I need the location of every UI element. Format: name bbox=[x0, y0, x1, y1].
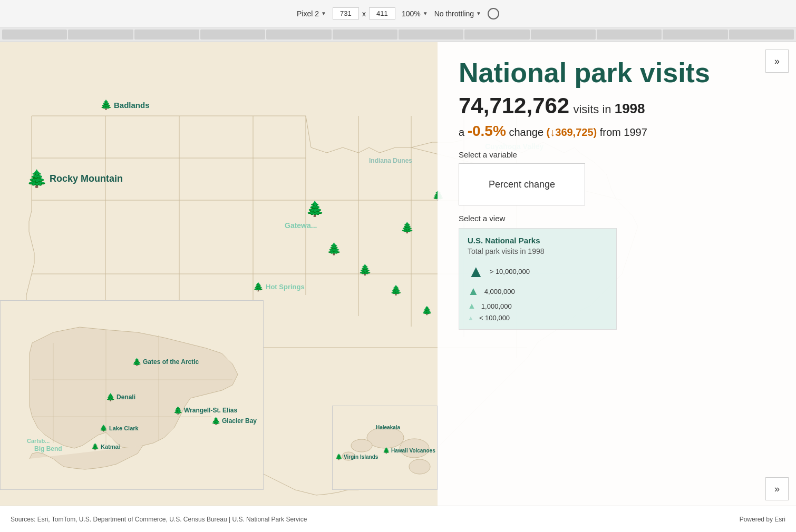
label-wrangell: Wrangell-St. Elias bbox=[184, 407, 237, 414]
park-gateway: Gatewa... bbox=[285, 221, 317, 230]
park-label-gateway: Gatewa... bbox=[285, 221, 317, 230]
legend-label-3: 1,000,000 bbox=[481, 302, 512, 310]
label-lakeclark: Lake Clark bbox=[109, 425, 139, 431]
legend-item-4: ▲ < 100,000 bbox=[468, 314, 608, 322]
tree-decoration-5: 🌲 bbox=[422, 306, 432, 316]
tree-icon-md: ▲ bbox=[468, 301, 476, 311]
height-input[interactable]: 411 bbox=[369, 7, 395, 19]
park-label-badlands: Badlands bbox=[114, 101, 150, 110]
park-indiana: Indiana Dunes bbox=[369, 157, 412, 164]
visits-label: visits in bbox=[573, 103, 614, 116]
tree-decoration-2: 🌲 bbox=[327, 242, 341, 256]
svg-point-21 bbox=[367, 427, 404, 448]
change-from: from bbox=[600, 126, 624, 138]
panel-title: National park visits bbox=[459, 58, 775, 88]
legend-items: ▲ > 10,000,000 ▲ 4,000,000 ▲ 1,000,000 ▲… bbox=[468, 262, 608, 322]
tree-decoration-3: 🌲 bbox=[358, 263, 372, 276]
legend-label-4: < 100,000 bbox=[479, 314, 510, 322]
legend-subtitle: Total park visits in 1998 bbox=[468, 247, 608, 255]
tree-icon-badlands: 🌲 bbox=[100, 99, 112, 111]
tree-lakeclark: 🌲 bbox=[100, 425, 108, 432]
alaska-lakeclark: 🌲 Lake Clark bbox=[100, 425, 139, 432]
device-label: Pixel 2 bbox=[297, 9, 319, 18]
panel-change-line: a -0.5% change (↓369,725) from 1997 bbox=[459, 123, 775, 140]
variable-dropdown[interactable]: Percent change bbox=[459, 163, 585, 205]
change-suffix: change bbox=[509, 126, 543, 138]
tree-icon-hotsprings: 🌲 bbox=[253, 282, 264, 292]
park-hotsprings: 🌲 Hot Springs bbox=[253, 282, 305, 292]
visits-year: 1998 bbox=[615, 101, 645, 116]
tree-icon-sm: ▲ bbox=[468, 314, 474, 322]
change-absolute: (↓369,725) bbox=[547, 126, 597, 138]
tree-icon-rocky: 🌲 bbox=[26, 169, 47, 189]
alaska-gates: 🌲 Gates of the Arctic bbox=[132, 358, 199, 366]
device-dropdown-arrow: ▼ bbox=[321, 11, 326, 16]
tree-wrangell: 🌲 bbox=[173, 406, 182, 415]
legend-panel: U.S. National Parks Total park visits in… bbox=[459, 228, 617, 330]
legend-label-2: 4,000,000 bbox=[484, 288, 515, 295]
zoom-label: 100% bbox=[402, 9, 421, 18]
view-select-label: Select a view bbox=[459, 214, 775, 223]
hawaii-virgin: 🌲 Virgin Islands bbox=[335, 454, 378, 460]
tree-glacier: 🌲 bbox=[211, 417, 220, 425]
powered-text: Powered by Esri bbox=[740, 516, 785, 523]
timeline-bar bbox=[0, 27, 796, 42]
svg-point-25 bbox=[409, 459, 430, 474]
alaska-inset: 🌲 Gates of the Arctic 🌲 Denali 🌲 Wrangel… bbox=[0, 300, 264, 490]
tree-denali: 🌲 bbox=[106, 393, 115, 401]
park-badlands: 🌲 Badlands bbox=[100, 99, 150, 111]
rotate-icon[interactable] bbox=[485, 5, 501, 22]
park-label-indiana: Indiana Dunes bbox=[369, 157, 412, 164]
zoom-arrow: ▼ bbox=[423, 11, 428, 16]
hawaii-volcanoes: 🌲 Hawaii Volcanoes bbox=[383, 447, 435, 454]
change-prefix: a bbox=[459, 126, 464, 138]
legend-item-2: ▲ 4,000,000 bbox=[468, 284, 608, 298]
alaska-denali: 🌲 Denali bbox=[106, 393, 135, 401]
label-volcanoes: Hawaii Volcanoes bbox=[391, 448, 435, 454]
label-denali: Denali bbox=[117, 393, 135, 401]
tree-gates: 🌲 bbox=[132, 358, 141, 366]
visits-number: 74,712,762 bbox=[459, 93, 569, 118]
tree-virgin: 🌲 bbox=[335, 454, 343, 460]
park-bigbend: Big Bend bbox=[34, 445, 62, 452]
svg-point-22 bbox=[351, 439, 372, 452]
tree-decoration-6: 🌲 bbox=[401, 221, 414, 234]
change-from-year: 1997 bbox=[624, 126, 647, 138]
legend-item-1: ▲ > 10,000,000 bbox=[468, 262, 608, 281]
label-glacier: Glacier Bay bbox=[222, 417, 257, 425]
hawaii-haleakala: Haleakala bbox=[376, 425, 400, 430]
info-panel: » National park visits 74,712,762 visits… bbox=[438, 42, 796, 506]
zoom-selector[interactable]: 100% ▼ bbox=[402, 9, 428, 18]
label-bigbend: Big Bend bbox=[34, 445, 62, 452]
tree-volcanoes: 🌲 bbox=[383, 447, 390, 454]
width-input[interactable]: 731 bbox=[333, 7, 359, 19]
park-label-rocky: Rocky Mountain bbox=[50, 173, 123, 184]
alaska-carlsbad: Carlsb... bbox=[27, 438, 50, 444]
tree-decoration-4: 🌲 bbox=[390, 284, 402, 296]
alaska-glacier: 🌲 Glacier Bay bbox=[211, 417, 257, 425]
legend-label-1: > 10,000,000 bbox=[490, 268, 530, 275]
throttle-arrow: ▼ bbox=[476, 11, 481, 16]
next-arrow-top[interactable]: » bbox=[765, 50, 789, 73]
next-arrow-bottom[interactable]: » bbox=[765, 477, 789, 500]
throttle-selector[interactable]: No throttling ▼ bbox=[434, 9, 481, 18]
alaska-katmai: 🌲 Katmai bbox=[91, 443, 120, 450]
chevron-right-icon-bottom: » bbox=[774, 484, 780, 495]
tree-katmai: 🌲 bbox=[91, 443, 99, 450]
throttle-label: No throttling bbox=[434, 9, 474, 18]
device-selector[interactable]: Pixel 2 ▼ bbox=[297, 9, 326, 18]
park-rocky-mountain: 🌲 Rocky Mountain bbox=[26, 169, 123, 189]
tree-icon-lg: ▲ bbox=[468, 284, 479, 298]
park-label-hotsprings: Hot Springs bbox=[266, 283, 305, 291]
label-katmai: Katmai bbox=[101, 444, 120, 450]
variable-select-label: Select a variable bbox=[459, 150, 775, 159]
label-carlsbad: Carlsb... bbox=[27, 438, 50, 444]
footer-bar: Sources: Esri, TomTom, U.S. Department o… bbox=[0, 506, 796, 532]
hawaii-inset: Haleakala 🌲 Hawaii Volcanoes 🌲 Virgin Is… bbox=[332, 406, 438, 490]
label-virgin: Virgin Islands bbox=[344, 454, 378, 460]
legend-title: U.S. National Parks bbox=[468, 236, 608, 245]
resolution-inputs: 731 x 411 bbox=[333, 7, 395, 19]
x-separator: x bbox=[362, 9, 366, 18]
alaska-wrangell: 🌲 Wrangell-St. Elias bbox=[173, 406, 237, 415]
change-percent: -0.5% bbox=[468, 123, 506, 139]
